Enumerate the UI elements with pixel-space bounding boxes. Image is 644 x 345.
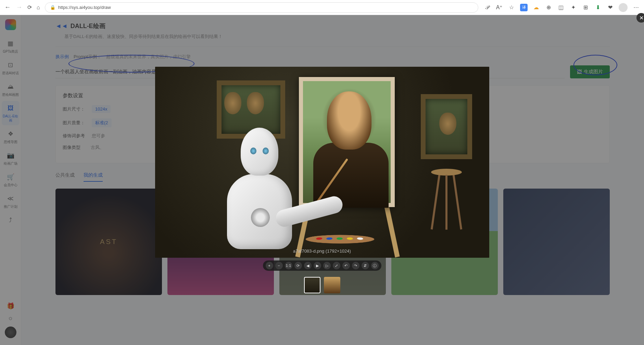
forward-arrow-icon: → xyxy=(16,4,23,11)
rotate-right-icon[interactable]: ↷ xyxy=(352,262,359,269)
fullscreen-icon[interactable]: ⤢ xyxy=(333,262,340,269)
strip-thumb[interactable] xyxy=(304,277,320,293)
prev-icon[interactable]: ◀ xyxy=(304,262,312,269)
refresh-icon[interactable]: ⟳ xyxy=(27,4,32,11)
collections-icon[interactable]: ⊞ xyxy=(582,4,589,11)
rotate-icon[interactable]: ⟳ xyxy=(294,262,302,269)
thumbnail-strip xyxy=(304,277,340,293)
strip-thumb[interactable] xyxy=(324,277,340,293)
rotate-left-icon[interactable]: ↶ xyxy=(342,262,350,269)
mona-lisa-painting xyxy=(299,77,395,207)
back-arrow-icon[interactable]: ← xyxy=(4,4,11,11)
lightbox-overlay[interactable]: ✕ xyxy=(0,15,644,345)
palette-icon xyxy=(303,235,377,243)
zoom-out-icon[interactable]: − xyxy=(275,262,283,269)
flip-icon[interactable]: ⇵ xyxy=(362,262,369,269)
favorites-icon[interactable]: ✦ xyxy=(569,4,577,11)
lock-icon: 🔒 xyxy=(50,5,55,10)
url-text: https://sys.ai4you.top/draw xyxy=(58,5,111,10)
next-icon[interactable]: ▷ xyxy=(323,262,331,269)
zoom-in-icon[interactable]: + xyxy=(266,262,273,269)
translate-icon[interactable]: 译 xyxy=(520,4,528,11)
stool-icon xyxy=(431,169,462,230)
profile-avatar[interactable] xyxy=(619,3,628,12)
bg-painting-icon xyxy=(421,94,472,159)
play-icon[interactable]: ▶ xyxy=(314,262,321,269)
browser-chrome: ← → ⟳ ⌂ 🔒 https://sys.ai4you.top/draw 𝒫 … xyxy=(0,0,644,15)
actual-size-icon[interactable]: 1:1 xyxy=(285,262,292,269)
robot-figure xyxy=(206,121,302,258)
download-icon[interactable]: ⬇ xyxy=(594,4,602,11)
text-size-icon[interactable]: A⁺ xyxy=(495,4,503,11)
cloud-icon[interactable]: ☁ xyxy=(532,4,540,11)
lightbox-image[interactable]: a7af7083-d.png (1792×1024) xyxy=(155,67,489,258)
info-icon[interactable]: ⓘ xyxy=(371,262,379,269)
extension-icon[interactable]: ⊕ xyxy=(545,4,552,11)
menu-icon[interactable]: ⋯ xyxy=(632,4,640,11)
home-icon[interactable]: ⌂ xyxy=(37,4,40,11)
performance-icon[interactable]: ❤ xyxy=(606,4,614,11)
read-aloud-icon[interactable]: 𝒫 xyxy=(483,4,491,11)
url-bar[interactable]: 🔒 https://sys.ai4you.top/draw xyxy=(45,2,478,13)
viewer-controls: + − 1:1 ⟳ ◀ ▶ ▷ ⤢ ↶ ↷ ⇵ ⓘ xyxy=(263,260,381,271)
split-icon[interactable]: ◫ xyxy=(557,4,565,11)
image-caption: a7af7083-d.png (1792×1024) xyxy=(293,248,351,254)
star-icon[interactable]: ☆ xyxy=(508,4,515,11)
close-icon[interactable]: ✕ xyxy=(636,13,644,23)
